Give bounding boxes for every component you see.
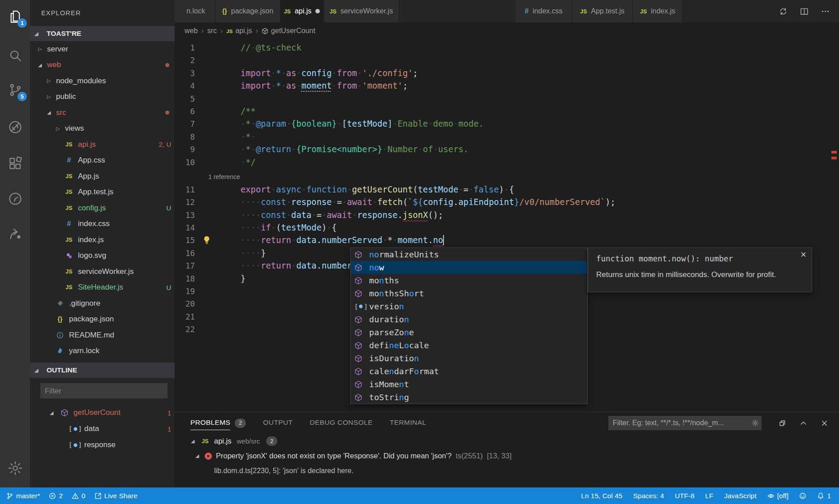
panel-tab-debug-console[interactable]: DEBUG CONSOLE (310, 416, 372, 430)
breadcrumb-item-src[interactable]: src (207, 27, 217, 35)
code-line-6[interactable]: 6/** (175, 105, 839, 118)
suggest-item-calendarFormat[interactable]: calendarFormat (351, 365, 587, 378)
outline-item-data[interactable]: []data1 (30, 421, 175, 437)
tree-item-serviceworker-js[interactable]: JSserviceWorker.js (30, 264, 175, 280)
code-line-14[interactable]: 14····if·(testMode)·{ (175, 222, 839, 234)
tree-item-readme-md[interactable]: README.md (30, 327, 175, 343)
split-editor-icon[interactable] (800, 7, 809, 16)
problems-filter-input[interactable] (608, 419, 752, 427)
panel-tab-output[interactable]: OUTPUT (263, 416, 293, 430)
share-icon[interactable] (0, 224, 30, 243)
suggest-item-defineLocale[interactable]: defineLocale (351, 339, 587, 352)
breadcrumb-item-api.js[interactable]: JSapi.js (226, 27, 252, 35)
settings-gear-icon[interactable] (0, 458, 30, 478)
outline-filter-input[interactable] (40, 383, 168, 398)
problem-related-info[interactable]: lib.dom.d.ts[2230, 5]: 'json' is declare… (175, 463, 839, 478)
code-line-9[interactable]: 9·*·@return·{Promise<number>}·Number·of·… (175, 143, 839, 156)
status-feedback[interactable] (799, 492, 806, 500)
status-notifications[interactable]: 1 (817, 492, 831, 500)
tree-item-index-js[interactable]: JSindex.js (30, 232, 175, 248)
tree-item-app-test-js[interactable]: JSApp.test.js (30, 184, 175, 201)
lightbulb-icon[interactable] (202, 235, 211, 245)
breadcrumb-item-web[interactable]: web (185, 27, 198, 35)
close-panel-icon[interactable] (821, 419, 828, 427)
tree-item-node-modules[interactable]: ▷node_modules (30, 73, 175, 89)
tree-item-app-css[interactable]: #App.css (30, 153, 175, 169)
suggest-item-isDuration[interactable]: isDuration (351, 352, 587, 365)
code-lens[interactable]: 1 reference (175, 169, 839, 184)
status-live-share[interactable]: Live Share (95, 492, 138, 500)
source-control-icon[interactable]: 5 (0, 80, 30, 100)
tree-item-web[interactable]: ◢web (30, 57, 175, 73)
tree-item-yarn-lock[interactable]: yarn.lock (30, 343, 175, 359)
code-line-13[interactable]: 13····const·data·=·await·response.jsonX(… (175, 209, 839, 222)
filter-gear-icon[interactable] (752, 419, 759, 427)
status-indentation[interactable]: Spaces: 4 (633, 492, 664, 500)
tree-item-config-js[interactable]: JSconfig.jsU (30, 200, 175, 216)
tree-item-siteheader-js[interactable]: JSSiteHeader.jsU (30, 280, 175, 296)
tree-item-public[interactable]: ▷public (30, 89, 175, 105)
status-screencast-mode[interactable]: [off] (767, 492, 789, 500)
tree-item-index-css[interactable]: #index.css (30, 216, 175, 232)
extensions-icon[interactable] (0, 154, 30, 173)
code-line-1[interactable]: 1//·@ts-check (175, 42, 839, 54)
code-line-2[interactable]: 2 (175, 54, 839, 67)
suggest-item-toString[interactable]: toString (351, 391, 587, 404)
tree-item-api-js[interactable]: JSapi.js2, U (30, 137, 175, 153)
breadcrumb-item-getusercount[interactable]: getUserCount (262, 27, 315, 35)
explorer-section-header[interactable]: ◢ TOAST'RE (30, 26, 175, 41)
code-line-10[interactable]: 10·*/ (175, 156, 839, 169)
status-error-count[interactable]: 2 (49, 492, 63, 500)
close-icon[interactable]: × (800, 250, 806, 260)
suggest-item-now[interactable]: now (351, 261, 587, 274)
tab-n-lock[interactable]: n.lock (175, 0, 215, 22)
more-actions-icon[interactable] (821, 7, 830, 16)
suggest-item-parseZone[interactable]: parseZone (351, 326, 587, 339)
code-line-4[interactable]: 4import·*·as·moment·from·'moment'; (175, 80, 839, 92)
code-line-11[interactable]: 11export·async·function·getUserCount(tes… (175, 184, 839, 196)
tree-item-views[interactable]: ▷views (30, 121, 175, 137)
tree-item-app-js[interactable]: JSApp.js (30, 168, 175, 184)
panel-tab-problems[interactable]: PROBLEMS2 (190, 416, 246, 430)
chevron-up-icon[interactable] (800, 419, 807, 427)
tab-index-js[interactable]: JSindex.js (633, 0, 683, 22)
code-line-5[interactable]: 5 (175, 93, 839, 105)
tab-package-json[interactable]: {}package.json (215, 0, 280, 22)
search-icon[interactable] (0, 46, 30, 65)
code-line-7[interactable]: 7·*·@param·{boolean}·[testMode]·Enable·d… (175, 118, 839, 130)
problem-row[interactable]: ◢Property 'jsonX' does not exist on type… (175, 448, 839, 463)
status-warning-count[interactable]: 0 (72, 492, 86, 500)
code-line-15[interactable]: 15····return·data.numberServed·*·moment.… (175, 234, 839, 247)
outline-item-response[interactable]: []response (30, 437, 175, 453)
debug-icon[interactable] (0, 117, 30, 137)
suggest-item-months[interactable]: months (351, 274, 587, 287)
status-eol[interactable]: LF (705, 492, 713, 500)
tree-item-package-json[interactable]: {}package.json (30, 312, 175, 328)
tree-item-server[interactable]: ▷server (30, 41, 175, 57)
panel-tab-terminal[interactable]: TERMINAL (390, 416, 426, 430)
status-git-branch[interactable]: master* (6, 492, 40, 500)
tree-item--gitignore[interactable]: .gitignore (30, 295, 175, 312)
code-line-12[interactable]: 12····const·response·=·await·fetch(`${co… (175, 196, 839, 209)
problems-file-group[interactable]: ◢JSapi.jsweb/src2 (175, 434, 839, 448)
status-cursor-position[interactable]: Ln 15, Col 45 (581, 492, 622, 500)
tab-index-css[interactable]: #index.css (516, 0, 572, 22)
suggest-item-normalizeUnits[interactable]: normalizeUnits (351, 248, 587, 261)
tree-item-logo-svg[interactable]: logo.svg (30, 248, 175, 264)
suggest-item-version[interactable]: []version (351, 300, 587, 313)
code-line-3[interactable]: 3import·*·as·config·from·'./config'; (175, 67, 839, 80)
outline-item-getusercount[interactable]: ◢getUserCount1 (30, 405, 175, 421)
outline-section-header[interactable]: ◢ OUTLINE (30, 363, 175, 378)
tab-serviceworker-js[interactable]: JSserviceWorker.js (324, 0, 399, 22)
code-line-8[interactable]: 8·*· (175, 131, 839, 143)
maximize-panel-icon[interactable] (779, 419, 786, 427)
tab-app-test-js[interactable]: JSApp.test.js (572, 0, 633, 22)
status-encoding[interactable]: UTF-8 (675, 492, 694, 500)
suggest-item-isMoment[interactable]: isMoment (351, 378, 587, 391)
status-language-mode[interactable]: JavaScript (724, 492, 756, 500)
tree-item-src[interactable]: ◢src (30, 105, 175, 121)
live-share-icon[interactable] (0, 189, 30, 209)
tab-api-js[interactable]: JSapi.js (280, 0, 324, 22)
open-changes-icon[interactable] (779, 7, 788, 16)
suggest-item-duration[interactable]: duration (351, 313, 587, 326)
